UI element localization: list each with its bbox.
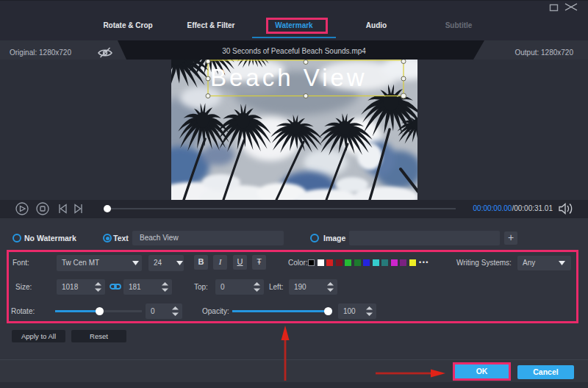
- svg-text:Beach View: Beach View: [210, 64, 368, 91]
